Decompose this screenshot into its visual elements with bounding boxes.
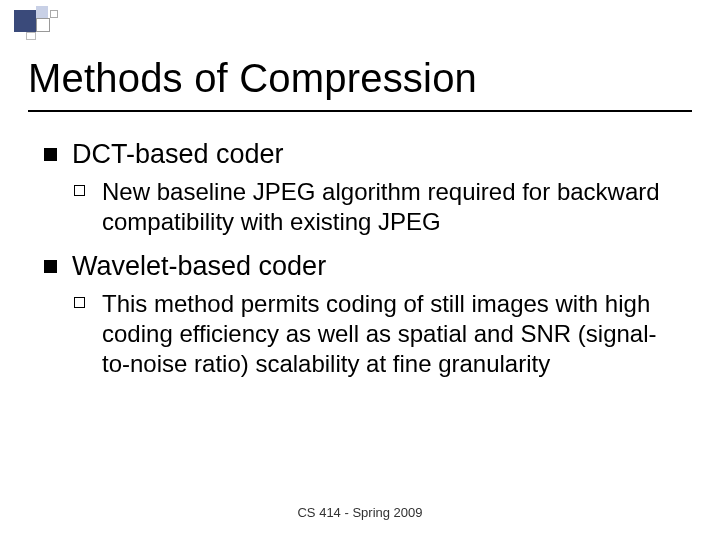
corner-decoration [14,6,69,40]
slide-body: DCT-based coder New baseline JPEG algori… [44,138,676,393]
slide: Methods of Compression DCT-based coder N… [0,0,720,540]
open-square-bullet-icon [74,185,85,196]
list-subitem-text: New baseline JPEG algorithm required for… [102,178,660,235]
list-item: DCT-based coder [44,138,676,171]
square-bullet-icon [44,260,57,273]
square-bullet-icon [44,148,57,161]
list-item-label: DCT-based coder [72,139,284,169]
list-subitem: This method permits coding of still imag… [44,289,676,378]
list-subitem-text: This method permits coding of still imag… [102,290,657,377]
list-item-label: Wavelet-based coder [72,251,326,281]
list-item: Wavelet-based coder [44,250,676,283]
list-subitem: New baseline JPEG algorithm required for… [44,177,676,237]
title-rule [28,110,692,112]
open-square-bullet-icon [74,297,85,308]
slide-footer: CS 414 - Spring 2009 [0,505,720,520]
slide-title: Methods of Compression [28,56,477,101]
